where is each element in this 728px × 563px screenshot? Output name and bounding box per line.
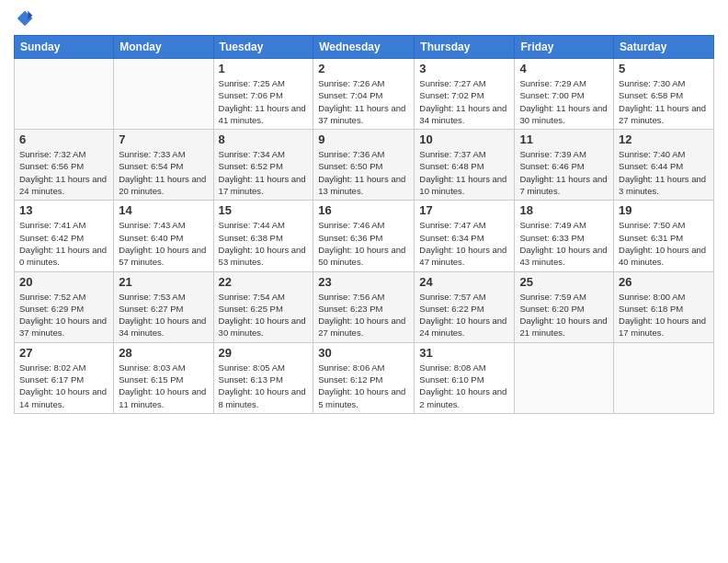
week-row-4: 20Sunrise: 7:52 AM Sunset: 6:29 PM Dayli… [15, 271, 714, 342]
day-cell: 27Sunrise: 8:02 AM Sunset: 6:17 PM Dayli… [15, 342, 114, 413]
day-number: 2 [318, 62, 409, 75]
day-cell: 23Sunrise: 7:56 AM Sunset: 6:23 PM Dayli… [313, 271, 415, 342]
day-number: 5 [619, 62, 709, 75]
day-number: 22 [219, 275, 309, 289]
day-cell: 7Sunrise: 7:33 AM Sunset: 6:54 PM Daylig… [114, 130, 213, 201]
day-number: 28 [119, 346, 208, 360]
day-info: Sunrise: 7:37 AM Sunset: 6:48 PM Dayligh… [419, 148, 509, 197]
day-number: 23 [318, 275, 409, 289]
day-cell: 1Sunrise: 7:25 AM Sunset: 7:06 PM Daylig… [213, 59, 313, 130]
day-cell: 10Sunrise: 7:37 AM Sunset: 6:48 PM Dayli… [415, 130, 515, 201]
day-info: Sunrise: 7:25 AM Sunset: 7:06 PM Dayligh… [219, 77, 309, 126]
day-cell: 18Sunrise: 7:49 AM Sunset: 6:33 PM Dayli… [515, 201, 614, 271]
day-cell: 19Sunrise: 7:50 AM Sunset: 6:31 PM Dayli… [614, 201, 714, 271]
day-cell: 4Sunrise: 7:29 AM Sunset: 7:00 PM Daylig… [515, 59, 614, 130]
day-info: Sunrise: 7:59 AM Sunset: 6:20 PM Dayligh… [519, 291, 609, 339]
day-info: Sunrise: 7:36 AM Sunset: 6:50 PM Dayligh… [318, 148, 409, 197]
header-cell-sunday: Sunday [15, 36, 114, 59]
day-number: 26 [619, 275, 709, 289]
day-cell: 28Sunrise: 8:03 AM Sunset: 6:15 PM Dayli… [114, 342, 213, 413]
day-cell: 16Sunrise: 7:46 AM Sunset: 6:36 PM Dayli… [313, 201, 415, 271]
day-info: Sunrise: 7:26 AM Sunset: 7:04 PM Dayligh… [318, 77, 409, 126]
day-cell: 17Sunrise: 7:47 AM Sunset: 6:34 PM Dayli… [415, 201, 515, 271]
day-number: 9 [318, 132, 409, 146]
day-number: 17 [419, 203, 509, 217]
day-info: Sunrise: 7:27 AM Sunset: 7:02 PM Dayligh… [419, 77, 509, 126]
day-number: 18 [519, 203, 609, 217]
day-info: Sunrise: 8:03 AM Sunset: 6:15 PM Dayligh… [119, 362, 208, 410]
day-info: Sunrise: 7:53 AM Sunset: 6:27 PM Dayligh… [119, 291, 208, 339]
day-cell: 5Sunrise: 7:30 AM Sunset: 6:58 PM Daylig… [614, 59, 714, 130]
day-cell: 30Sunrise: 8:06 AM Sunset: 6:12 PM Dayli… [313, 342, 415, 413]
day-info: Sunrise: 8:06 AM Sunset: 6:12 PM Dayligh… [318, 362, 409, 410]
day-cell: 13Sunrise: 7:41 AM Sunset: 6:42 PM Dayli… [15, 201, 114, 271]
day-cell: 29Sunrise: 8:05 AM Sunset: 6:13 PM Dayli… [213, 342, 313, 413]
day-number: 19 [619, 203, 709, 217]
day-info: Sunrise: 7:49 AM Sunset: 6:33 PM Dayligh… [519, 219, 609, 268]
day-cell [15, 59, 114, 130]
day-number: 11 [519, 132, 609, 146]
day-cell: 6Sunrise: 7:32 AM Sunset: 6:56 PM Daylig… [15, 130, 114, 201]
day-info: Sunrise: 7:50 AM Sunset: 6:31 PM Dayligh… [619, 219, 709, 268]
day-cell: 24Sunrise: 7:57 AM Sunset: 6:22 PM Dayli… [415, 271, 515, 342]
day-number: 12 [619, 132, 709, 146]
svg-marker-0 [17, 11, 33, 27]
day-number: 14 [119, 203, 208, 217]
day-number: 10 [419, 132, 509, 146]
day-cell: 22Sunrise: 7:54 AM Sunset: 6:25 PM Dayli… [213, 271, 313, 342]
day-info: Sunrise: 8:00 AM Sunset: 6:18 PM Dayligh… [619, 291, 709, 339]
day-info: Sunrise: 7:57 AM Sunset: 6:22 PM Dayligh… [419, 291, 509, 339]
day-info: Sunrise: 7:47 AM Sunset: 6:34 PM Dayligh… [419, 219, 509, 268]
header-cell-thursday: Thursday [415, 36, 515, 59]
day-cell: 11Sunrise: 7:39 AM Sunset: 6:46 PM Dayli… [515, 130, 614, 201]
day-info: Sunrise: 7:32 AM Sunset: 6:56 PM Dayligh… [19, 148, 108, 197]
day-info: Sunrise: 7:46 AM Sunset: 6:36 PM Dayligh… [318, 219, 409, 268]
day-info: Sunrise: 7:44 AM Sunset: 6:38 PM Dayligh… [219, 219, 309, 268]
day-info: Sunrise: 7:34 AM Sunset: 6:52 PM Dayligh… [219, 148, 309, 197]
day-number: 20 [19, 275, 108, 289]
day-cell: 9Sunrise: 7:36 AM Sunset: 6:50 PM Daylig… [313, 130, 415, 201]
header-cell-tuesday: Tuesday [213, 36, 313, 59]
day-info: Sunrise: 7:43 AM Sunset: 6:40 PM Dayligh… [119, 219, 208, 268]
day-cell: 25Sunrise: 7:59 AM Sunset: 6:20 PM Dayli… [515, 271, 614, 342]
day-cell: 31Sunrise: 8:08 AM Sunset: 6:10 PM Dayli… [415, 342, 515, 413]
day-number: 29 [219, 346, 309, 360]
day-number: 25 [519, 275, 609, 289]
day-info: Sunrise: 7:52 AM Sunset: 6:29 PM Dayligh… [19, 291, 108, 339]
day-info: Sunrise: 7:29 AM Sunset: 7:00 PM Dayligh… [519, 77, 609, 126]
day-cell: 20Sunrise: 7:52 AM Sunset: 6:29 PM Dayli… [15, 271, 114, 342]
day-cell: 14Sunrise: 7:43 AM Sunset: 6:40 PM Dayli… [114, 201, 213, 271]
day-info: Sunrise: 7:41 AM Sunset: 6:42 PM Dayligh… [19, 219, 108, 268]
day-cell [114, 59, 213, 130]
day-cell: 3Sunrise: 7:27 AM Sunset: 7:02 PM Daylig… [415, 59, 515, 130]
logo-text [14, 9, 34, 28]
day-info: Sunrise: 7:40 AM Sunset: 6:44 PM Dayligh… [619, 148, 709, 197]
day-cell [515, 342, 614, 413]
header [14, 9, 714, 28]
week-row-5: 27Sunrise: 8:02 AM Sunset: 6:17 PM Dayli… [15, 342, 714, 413]
day-info: Sunrise: 7:56 AM Sunset: 6:23 PM Dayligh… [318, 291, 409, 339]
calendar-table: SundayMondayTuesdayWednesdayThursdayFrid… [14, 35, 714, 414]
week-row-3: 13Sunrise: 7:41 AM Sunset: 6:42 PM Dayli… [15, 201, 714, 271]
day-cell: 26Sunrise: 8:00 AM Sunset: 6:18 PM Dayli… [614, 271, 714, 342]
day-number: 3 [419, 62, 509, 75]
day-number: 30 [318, 346, 409, 360]
day-cell: 8Sunrise: 7:34 AM Sunset: 6:52 PM Daylig… [213, 130, 313, 201]
day-number: 16 [318, 203, 409, 217]
day-cell: 21Sunrise: 7:53 AM Sunset: 6:27 PM Dayli… [114, 271, 213, 342]
day-cell [614, 342, 714, 413]
day-number: 8 [219, 132, 309, 146]
day-info: Sunrise: 7:54 AM Sunset: 6:25 PM Dayligh… [219, 291, 309, 339]
day-info: Sunrise: 8:05 AM Sunset: 6:13 PM Dayligh… [219, 362, 309, 410]
day-number: 24 [419, 275, 509, 289]
day-number: 6 [19, 132, 108, 146]
header-cell-saturday: Saturday [614, 36, 714, 59]
logo [14, 9, 34, 28]
day-number: 27 [19, 346, 108, 360]
day-cell: 2Sunrise: 7:26 AM Sunset: 7:04 PM Daylig… [313, 59, 415, 130]
day-number: 13 [19, 203, 108, 217]
day-info: Sunrise: 7:39 AM Sunset: 6:46 PM Dayligh… [519, 148, 609, 197]
header-cell-wednesday: Wednesday [313, 36, 415, 59]
day-number: 21 [119, 275, 208, 289]
week-row-2: 6Sunrise: 7:32 AM Sunset: 6:56 PM Daylig… [15, 130, 714, 201]
